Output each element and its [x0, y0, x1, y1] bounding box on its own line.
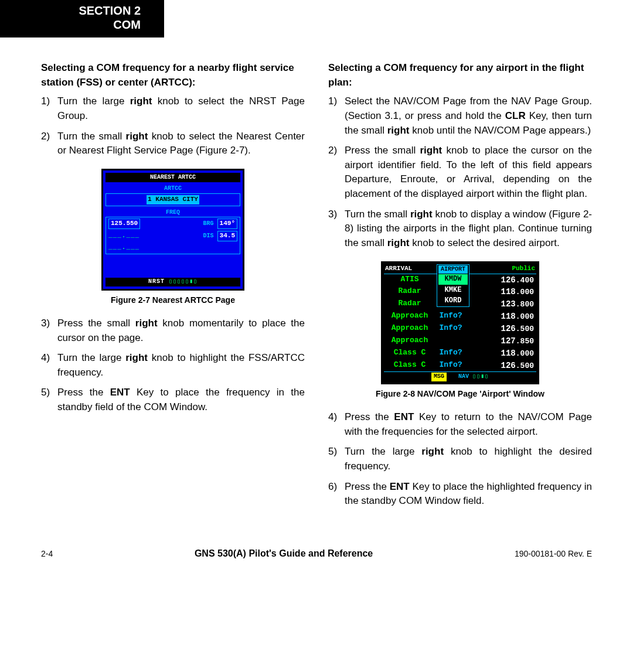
- right-steps-2: 4)Press the ENT Key to return to the NAV…: [328, 410, 592, 509]
- step-number: 3): [328, 207, 345, 251]
- public-label: Public: [512, 264, 535, 274]
- step-item: 2)Turn the small right knob to select th…: [41, 129, 305, 158]
- brg-label: BRG: [203, 220, 214, 228]
- figure-2-8-caption: Figure 2-8 NAV/COM Page 'Airport' Window: [328, 388, 592, 400]
- step-number: 1): [41, 94, 57, 123]
- nav-indicator: NAV ▯▯▮▯: [458, 373, 489, 381]
- freq-row: ApproachInfo?126.500: [384, 323, 536, 335]
- figure-2-8: ARRIVAL Public ATIS126.400Radar118.000Ra…: [328, 261, 592, 400]
- step-item: 5)Turn the large right knob to highlight…: [328, 445, 592, 473]
- step-text: Turn the large right knob to highlight t…: [57, 351, 305, 380]
- popup-option: KMDW: [438, 274, 468, 284]
- screen-bottom: NRST ▯▯▯▯▯▮▯: [106, 278, 240, 286]
- step-number: 6): [328, 480, 345, 509]
- popup-options: KMDWKMKEKORD: [438, 274, 468, 306]
- step-text: Select the NAV/COM Page from the NAV Pag…: [345, 94, 592, 138]
- step-text: Press the small right knob to place the …: [345, 144, 592, 202]
- step-text: Turn the large right knob to highlight t…: [345, 445, 592, 473]
- left-steps-2: 3)Press the small right knob momentarily…: [41, 316, 305, 415]
- step-item: 5)Press the ENT Key to place the frequen…: [41, 386, 305, 414]
- freq-row: Approach127.850: [384, 335, 536, 347]
- step-item: 1)Turn the large right knob to select th…: [41, 94, 305, 123]
- footer: 2-4 GNS 530(A) Pilot's Guide and Referen…: [0, 531, 633, 571]
- right-heading: Selecting a COM frequency for any airpor…: [328, 61, 592, 90]
- step-item: 4)Turn the large right knob to highlight…: [41, 351, 305, 380]
- screen-title: NEAREST ARTCC: [106, 173, 240, 183]
- freq-value: 125.550: [108, 219, 140, 229]
- freq-box: 125.550 BRG 149° ___.___ DIS 34.5 ___.__…: [106, 217, 240, 254]
- step-text: Press the small right knob momentarily t…: [57, 316, 305, 345]
- popup-option: KORD: [438, 296, 468, 306]
- artcc-label: ARTCC: [106, 185, 240, 193]
- right-steps-1: 1)Select the NAV/COM Page from the NAV P…: [328, 94, 592, 250]
- section-line2: COM: [18, 18, 141, 32]
- step-number: 5): [41, 386, 57, 414]
- step-number: 5): [328, 445, 345, 473]
- step-item: 6)Press the ENT Key to place the highlig…: [328, 480, 592, 509]
- figure-2-7: NEAREST ARTCC ARTCC 1 KANSAS CITY FREQ 1…: [41, 169, 305, 306]
- freq-dashes: ___.___: [108, 231, 139, 241]
- step-text: Turn the large right knob to select the …: [57, 94, 305, 123]
- page-number: 2-4: [41, 549, 53, 558]
- freq-row: Class CInfo?126.500: [384, 360, 536, 372]
- footer-title: GNS 530(A) Pilot's Guide and Reference: [195, 548, 373, 559]
- msg-indicator: MSG: [431, 373, 447, 381]
- step-number: 3): [41, 316, 57, 345]
- popup-title: AIRPORT: [438, 265, 468, 274]
- navcom-screen: ARRIVAL Public ATIS126.400Radar118.000Ra…: [381, 261, 539, 384]
- airport-popup: AIRPORT KMDWKMKEKORD: [437, 264, 469, 308]
- brg-value: 149°: [217, 219, 237, 229]
- left-heading: Selecting a COM frequency for a nearby f…: [41, 61, 305, 90]
- step-item: 4)Press the ENT Key to return to the NAV…: [328, 410, 592, 439]
- section-line1: SECTION 2: [18, 4, 141, 18]
- step-text: Press the ENT Key to place the highlight…: [345, 480, 592, 509]
- left-column: Selecting a COM frequency for a nearby f…: [41, 61, 305, 519]
- popup-option: KMKE: [438, 285, 468, 295]
- dis-label: DIS: [203, 232, 214, 241]
- footer-rev: 190-00181-00 Rev. E: [515, 549, 592, 558]
- left-steps-1: 1)Turn the large right knob to select th…: [41, 94, 305, 158]
- freq-dashes2: ___.___: [108, 243, 139, 253]
- freq-row: Class CInfo?118.000: [384, 347, 536, 360]
- step-item: 2)Press the small right knob to place th…: [328, 144, 592, 202]
- artcc-screen: NEAREST ARTCC ARTCC 1 KANSAS CITY FREQ 1…: [101, 169, 244, 291]
- step-number: 2): [41, 129, 57, 158]
- arrival-label: ARRIVAL: [385, 264, 412, 274]
- step-number: 4): [328, 410, 345, 439]
- step-item: 3)Turn the small right knob to display a…: [328, 207, 592, 251]
- artcc-box: 1 KANSAS CITY: [106, 193, 240, 206]
- step-item: 1)Select the NAV/COM Page from the NAV P…: [328, 94, 592, 138]
- right-column: Selecting a COM frequency for any airpor…: [328, 61, 592, 519]
- step-text: Press the ENT Key to place the frequency…: [57, 386, 305, 414]
- dis-value: 34.5: [217, 231, 237, 241]
- freq-label: FREQ: [106, 209, 240, 217]
- step-text: Press the ENT Key to return to the NAV/C…: [345, 410, 592, 439]
- figure-2-7-caption: Figure 2-7 Nearest ARTCC Page: [41, 294, 305, 306]
- artcc-value: 1 KANSAS CITY: [147, 195, 199, 204]
- main-content: Selecting a COM frequency for a nearby f…: [0, 37, 633, 531]
- freq-row: ApproachInfo?118.000: [384, 311, 536, 323]
- step-number: 1): [328, 94, 345, 138]
- step-text: Turn the small right knob to display a w…: [345, 207, 592, 251]
- section-header: SECTION 2 COM: [0, 0, 164, 37]
- step-number: 4): [41, 351, 57, 380]
- step-item: 3)Press the small right knob momentarily…: [41, 316, 305, 345]
- step-text: Turn the small right knob to select the …: [57, 129, 305, 158]
- step-number: 2): [328, 144, 345, 202]
